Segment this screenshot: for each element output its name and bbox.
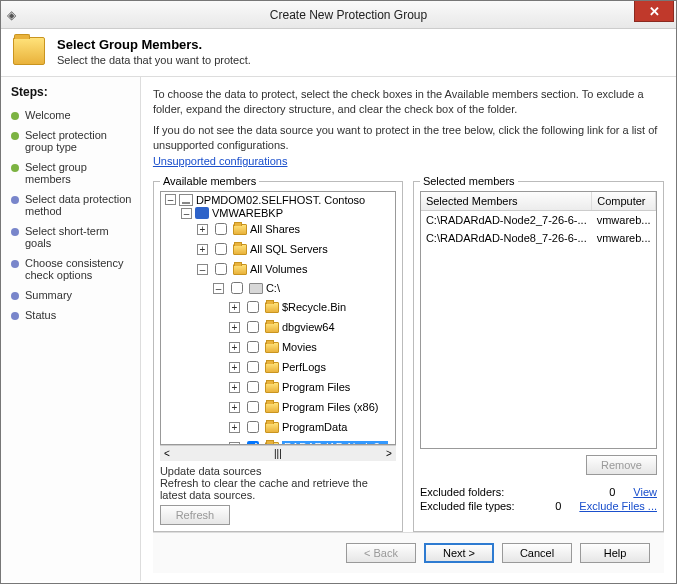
excluded-folders-view-link[interactable]: View	[633, 486, 657, 498]
tree-label[interactable]: dbgview64	[282, 321, 335, 333]
tree-checkbox[interactable]	[247, 401, 259, 413]
folder-icon	[13, 37, 45, 65]
step-label: Status	[25, 309, 56, 321]
tree-label[interactable]: Movies	[282, 341, 317, 353]
next-button[interactable]: Next >	[424, 543, 494, 563]
col-computer[interactable]: Computer	[592, 192, 656, 211]
tree-label[interactable]: VMWAREBKP	[212, 207, 283, 219]
remove-button[interactable]: Remove	[586, 455, 657, 475]
table-row[interactable]: C:\RADARdAD-Node8_7-26-6-...vmwareb...	[421, 229, 656, 247]
excluded-folders-label: Excluded folders:	[420, 486, 504, 498]
tree-checkbox[interactable]	[247, 421, 259, 433]
tree-checkbox[interactable]	[247, 301, 259, 313]
tree-label[interactable]: $Recycle.Bin	[282, 301, 346, 313]
expand-toggle[interactable]: +	[229, 402, 240, 413]
step-bullet-icon	[11, 132, 19, 140]
expand-toggle[interactable]: +	[229, 382, 240, 393]
tree-checkbox[interactable]	[247, 341, 259, 353]
tree-label[interactable]: C:\	[266, 282, 280, 294]
expand-toggle[interactable]: +	[229, 362, 240, 373]
page-subtitle: Select the data that you want to protect…	[57, 54, 251, 66]
expand-toggle[interactable]: +	[197, 224, 208, 235]
server-icon	[179, 194, 193, 206]
step-item[interactable]: Select data protection method	[11, 189, 134, 221]
step-label: Select short-term goals	[25, 225, 134, 249]
expand-toggle[interactable]: –	[197, 264, 208, 275]
tree-label[interactable]: PerfLogs	[282, 361, 326, 373]
tree-label[interactable]: DPMDOM02.SELFHOST. Contoso	[196, 194, 365, 206]
expand-toggle[interactable]: +	[229, 422, 240, 433]
tree-label[interactable]: Program Files (x86)	[282, 401, 379, 413]
tree-label[interactable]: All SQL Servers	[250, 243, 328, 255]
step-item[interactable]: Select short-term goals	[11, 221, 134, 253]
cell-computer: vmwareb...	[592, 211, 656, 230]
selected-table[interactable]: Selected Members Computer C:\RADARdAD-No…	[420, 191, 657, 449]
close-button[interactable]: ✕	[634, 1, 674, 22]
tree-checkbox[interactable]	[247, 441, 259, 445]
tree-label[interactable]: RADARdAD-Node2_	[282, 441, 388, 445]
excluded-types-label: Excluded file types:	[420, 500, 515, 512]
step-item[interactable]: Choose consistency check options	[11, 253, 134, 285]
step-bullet-icon	[11, 164, 19, 172]
folder-icon	[233, 224, 247, 235]
available-legend: Available members	[160, 175, 259, 187]
back-button[interactable]: < Back	[346, 543, 416, 563]
cell-member: C:\RADARdAD-Node2_7-26-6-...	[421, 211, 592, 230]
excluded-types-count: 0	[555, 500, 561, 512]
cancel-button[interactable]: Cancel	[502, 543, 572, 563]
step-item[interactable]: Welcome	[11, 105, 134, 125]
folder-icon	[233, 244, 247, 255]
drive-icon	[249, 283, 263, 294]
folder-icon	[265, 322, 279, 333]
unsupported-link[interactable]: Unsupported configurations	[153, 154, 288, 169]
folder-icon	[265, 442, 279, 446]
expand-toggle[interactable]: +	[229, 302, 240, 313]
expand-toggle[interactable]: –	[181, 208, 192, 219]
col-selected-members[interactable]: Selected Members	[421, 192, 592, 211]
step-label: Choose consistency check options	[25, 257, 134, 281]
available-members-pane: Available members –DPMDOM02.SELFHOST. Co…	[153, 175, 403, 532]
folder-icon	[265, 342, 279, 353]
tree-checkbox[interactable]	[231, 282, 243, 294]
step-bullet-icon	[11, 292, 19, 300]
folder-icon	[265, 302, 279, 313]
expand-toggle[interactable]: +	[229, 322, 240, 333]
app-icon: ◈	[1, 8, 21, 22]
tree-label[interactable]: ProgramData	[282, 421, 347, 433]
step-item[interactable]: Select group members	[11, 157, 134, 189]
tree-scrollbar[interactable]: <|||>	[160, 445, 396, 461]
step-label: Welcome	[25, 109, 71, 121]
window-title: Create New Protection Group	[21, 8, 676, 22]
instruction-2: If you do not see the data source you wa…	[153, 123, 664, 153]
refresh-button[interactable]: Refresh	[160, 505, 230, 525]
tree-checkbox[interactable]	[215, 223, 227, 235]
step-item[interactable]: Summary	[11, 285, 134, 305]
step-bullet-icon	[11, 112, 19, 120]
tree-checkbox[interactable]	[247, 381, 259, 393]
help-button[interactable]: Help	[580, 543, 650, 563]
selected-legend: Selected members	[420, 175, 518, 187]
folder-icon	[233, 264, 247, 275]
step-label: Summary	[25, 289, 72, 301]
step-label: Select data protection method	[25, 193, 134, 217]
expand-toggle[interactable]: +	[229, 442, 240, 446]
step-item[interactable]: Status	[11, 305, 134, 325]
tree-checkbox[interactable]	[247, 321, 259, 333]
tree-label[interactable]: All Shares	[250, 223, 300, 235]
available-tree[interactable]: –DPMDOM02.SELFHOST. Contoso–VMWAREBKP+Al…	[160, 191, 396, 445]
exclude-files-link[interactable]: Exclude Files ...	[579, 500, 657, 512]
expand-toggle[interactable]: +	[197, 244, 208, 255]
page-title: Select Group Members.	[57, 37, 251, 52]
step-bullet-icon	[11, 196, 19, 204]
tree-checkbox[interactable]	[247, 361, 259, 373]
tree-checkbox[interactable]	[215, 243, 227, 255]
expand-toggle[interactable]: –	[213, 283, 224, 294]
table-row[interactable]: C:\RADARdAD-Node2_7-26-6-...vmwareb...	[421, 211, 656, 230]
tree-label[interactable]: All Volumes	[250, 263, 307, 275]
tree-label[interactable]: Program Files	[282, 381, 350, 393]
expand-toggle[interactable]: +	[229, 342, 240, 353]
expand-toggle[interactable]: –	[165, 194, 176, 205]
tree-checkbox[interactable]	[215, 263, 227, 275]
step-item[interactable]: Select protection group type	[11, 125, 134, 157]
step-bullet-icon	[11, 312, 19, 320]
